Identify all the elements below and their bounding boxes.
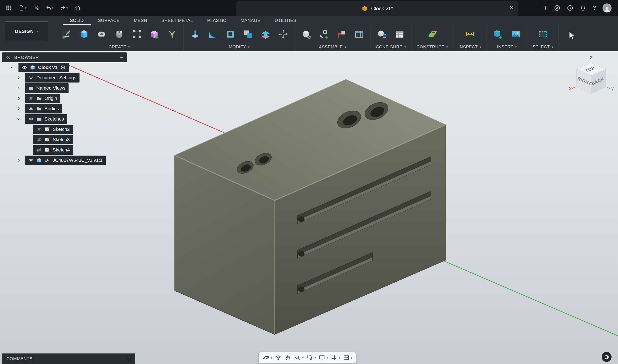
measure-button[interactable]	[464, 28, 476, 40]
split-body-button[interactable]	[166, 28, 178, 40]
visibility-eye-icon[interactable]	[28, 116, 34, 122]
group-inspect-dropdown[interactable]: INSPECT▾	[459, 44, 481, 49]
tab-manage[interactable]: MANAGE	[233, 16, 268, 25]
primitive-box-button[interactable]	[148, 28, 161, 40]
tab-mesh[interactable]: MESH	[127, 16, 154, 25]
browser-item-linked-component[interactable]: JC4827W543C_v2 v1:1	[25, 156, 106, 165]
pan-button[interactable]	[284, 353, 292, 362]
zoom-button[interactable]	[293, 353, 302, 362]
visibility-eye-icon[interactable]	[28, 157, 34, 163]
group-select-dropdown[interactable]: SELECT▾	[532, 44, 553, 49]
new-tab-button[interactable]: +	[543, 4, 548, 12]
tab-sheet-metal[interactable]: SHEET METAL	[154, 16, 200, 25]
group-configure-dropdown[interactable]: CONFIGURE▾	[376, 44, 406, 49]
add-comment-button[interactable]: +	[127, 356, 131, 362]
minimize-panel-button[interactable]: −	[119, 54, 123, 61]
motion-study-button[interactable]	[353, 28, 365, 40]
visibility-eye-icon[interactable]	[28, 106, 34, 112]
insert-derive-button[interactable]	[492, 28, 504, 40]
orbit-caret-icon[interactable]: ▾	[271, 356, 272, 360]
new-component-button[interactable]	[300, 28, 312, 40]
browser-item-bodies[interactable]: Bodies	[25, 104, 62, 114]
user-avatar[interactable]	[603, 3, 612, 13]
shell-button[interactable]	[224, 28, 237, 40]
look-at-button[interactable]	[274, 353, 283, 362]
tab-utilities[interactable]: UTILITIES	[268, 16, 303, 25]
help-button[interactable]: ?	[593, 4, 596, 11]
extensions-icon[interactable]	[554, 5, 560, 11]
chevron-collapsed-icon[interactable]	[15, 107, 22, 111]
active-marker-icon[interactable]	[60, 65, 66, 70]
group-assemble-dropdown[interactable]: ASSEMBLE▾	[319, 44, 346, 49]
assistant-button[interactable]	[602, 352, 612, 362]
as-built-joint-button[interactable]	[335, 28, 348, 40]
grid-settings-button[interactable]	[330, 353, 338, 362]
select-button[interactable]	[537, 28, 549, 40]
browser-header[interactable]: BROWSER −	[2, 52, 127, 62]
clock-body[interactable]	[175, 79, 446, 334]
zoom-window-caret-icon[interactable]: ▾	[314, 356, 316, 360]
browser-item-sketches[interactable]: Sketches	[25, 114, 67, 124]
redo-button[interactable]: ▾	[60, 5, 68, 11]
group-create-dropdown[interactable]: CREATE▾	[109, 44, 130, 49]
combine-button[interactable]	[242, 28, 254, 40]
view-cube[interactable]: Z TOP RIGHT BACK X Y	[561, 53, 618, 102]
offset-face-button[interactable]	[259, 28, 272, 40]
app-grid-icon[interactable]	[6, 5, 12, 11]
group-construct-dropdown[interactable]: CONSTRUCT▾	[417, 44, 448, 49]
tab-close-button[interactable]: ×	[510, 4, 514, 11]
extrude-button[interactable]	[78, 28, 90, 40]
browser-item-document-settings[interactable]: Document Settings	[25, 73, 79, 82]
chevron-collapsed-icon[interactable]	[15, 76, 22, 80]
tab-plastic[interactable]: PLASTIC	[200, 16, 233, 25]
display-caret-icon[interactable]: ▾	[327, 356, 328, 360]
home-tab-icon[interactable]	[75, 5, 81, 11]
browser-item-sketch2[interactable]: Sketch2	[33, 125, 73, 134]
visibility-eye-off-icon[interactable]	[28, 96, 34, 101]
chevron-collapsed-icon[interactable]	[15, 96, 22, 101]
tab-surface[interactable]: SURFACE	[91, 16, 127, 25]
document-tab[interactable]: Clock v1* ×	[236, 1, 518, 16]
chevron-collapsed-icon[interactable]	[15, 158, 22, 162]
browser-item-origin[interactable]: Origin	[25, 94, 60, 103]
display-settings-button[interactable]	[318, 353, 326, 362]
file-menu-button[interactable]: ▾	[18, 5, 27, 11]
viewports-button[interactable]	[342, 353, 350, 362]
chevron-expanded-icon[interactable]	[9, 65, 16, 70]
press-pull-button[interactable]	[189, 28, 201, 40]
zoom-caret-icon[interactable]: ▾	[302, 356, 304, 360]
workspace-selector[interactable]: DESIGN ▾	[5, 22, 48, 41]
pattern-button[interactable]	[131, 28, 143, 40]
joint-button[interactable]	[318, 28, 330, 40]
browser-item-sketch3[interactable]: Sketch3	[33, 135, 73, 144]
browser-item-clock-v1[interactable]: Clock v1	[18, 63, 69, 72]
orbit-button[interactable]	[262, 353, 270, 362]
chevron-collapsed-icon[interactable]	[15, 86, 22, 90]
browser-item-named-views[interactable]: Named Views	[25, 83, 69, 93]
chevron-expanded-icon[interactable]	[15, 117, 22, 121]
hole-button[interactable]	[113, 28, 126, 40]
zoom-window-button[interactable]	[305, 353, 314, 362]
configuration-table-button[interactable]	[393, 28, 406, 40]
viewports-caret-icon[interactable]: ▾	[351, 356, 352, 360]
visibility-eye-off-icon[interactable]	[36, 127, 42, 132]
comments-panel[interactable]: COMMENTS +	[2, 353, 135, 364]
notifications-bell-icon[interactable]	[580, 5, 586, 11]
visibility-eye-off-icon[interactable]	[36, 147, 42, 153]
create-sketch-button[interactable]	[60, 28, 73, 40]
tab-solid[interactable]: SOLID	[63, 16, 91, 25]
browser-item-sketch4[interactable]: Sketch4	[33, 145, 73, 155]
move-copy-button[interactable]	[277, 28, 289, 40]
save-button[interactable]	[33, 5, 39, 11]
construction-plane-button[interactable]	[426, 28, 438, 40]
job-status-icon[interactable]	[567, 5, 573, 11]
grid-caret-icon[interactable]: ▾	[339, 356, 340, 360]
canvas-button[interactable]	[510, 28, 522, 40]
visibility-eye-off-icon[interactable]	[36, 137, 42, 143]
collapse-panel-icon[interactable]	[6, 55, 11, 60]
configuration-button[interactable]	[376, 28, 388, 40]
fillet-button[interactable]	[206, 28, 219, 40]
group-modify-dropdown[interactable]: MODIFY▾	[229, 44, 249, 49]
undo-button[interactable]: ▾	[46, 5, 54, 11]
group-insert-dropdown[interactable]: INSERT▾	[497, 44, 517, 49]
